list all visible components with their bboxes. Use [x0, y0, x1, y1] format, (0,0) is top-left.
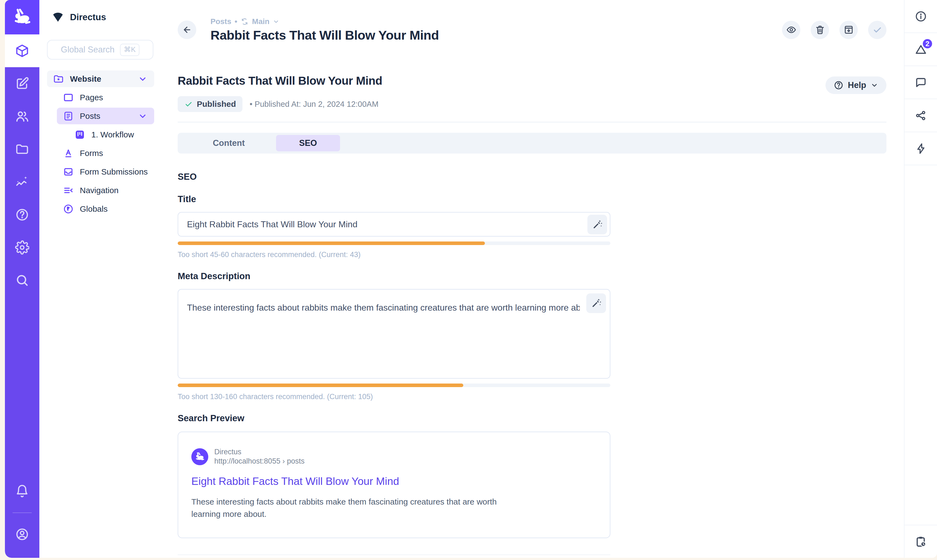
global-search-input[interactable]: Global Search ⌘K [47, 40, 153, 60]
published-check-icon [184, 100, 193, 108]
sidebar-item-label: Navigation [80, 186, 119, 195]
magic-wand-icon [590, 297, 602, 309]
seo-title-input[interactable]: Eight Rabbit Facts That Will Blow Your M… [178, 212, 610, 237]
project-name: Directus [70, 12, 106, 22]
archive-button[interactable] [840, 21, 858, 39]
module-files[interactable] [5, 133, 39, 166]
sidebar-item-posts[interactable]: Posts [57, 108, 154, 124]
shares-panel-button[interactable] [905, 99, 937, 132]
search-preview-card: Directus http://localhost:8055 › posts E… [178, 432, 610, 538]
delete-button[interactable] [811, 21, 829, 39]
module-users[interactable] [5, 100, 39, 133]
sidebar-item-label: Form Submissions [80, 167, 148, 177]
generate-description-button[interactable] [586, 293, 606, 313]
back-button[interactable] [178, 20, 196, 39]
inbox-icon [63, 166, 74, 177]
sidebar-item-label: Website [70, 74, 101, 84]
folder-star-icon [53, 74, 64, 85]
navigation-icon [63, 185, 74, 196]
title-length-progress [178, 242, 610, 245]
module-insights[interactable] [5, 166, 39, 198]
site-favicon [191, 448, 208, 465]
form-icon [63, 148, 74, 159]
tab-seo[interactable]: SEO [276, 135, 340, 151]
page-header: Posts • Main Rabbit Facts That Will Blow… [178, 0, 886, 60]
sidebar-item-website[interactable]: Website [47, 71, 154, 87]
header-actions [782, 21, 886, 39]
module-content[interactable] [5, 34, 39, 67]
module-bar-divider [12, 512, 32, 513]
sidebar-item-label: Globals [80, 204, 108, 214]
item-title: Rabbit Facts That Will Blow Your Mind [178, 74, 826, 88]
divider [178, 122, 886, 122]
sidebar-item-workflow[interactable]: 1. Workflow [68, 126, 154, 143]
nav-sidebar: Directus Global Search ⌘K Website Pages … [39, 0, 160, 558]
bell-icon [15, 484, 29, 498]
seo-title-value: Eight Rabbit Facts That Will Blow Your M… [187, 219, 358, 229]
breadcrumb[interactable]: Posts • Main [211, 17, 782, 26]
preview-button[interactable] [782, 21, 800, 39]
help-button[interactable]: Help [826, 77, 886, 94]
chevron-down-icon[interactable] [137, 74, 148, 84]
description-length-hint: Too short 130-160 characters recommended… [178, 392, 610, 401]
document-icon [63, 111, 74, 122]
archive-icon [843, 25, 854, 35]
globe-icon [63, 203, 74, 214]
preview-result-title[interactable]: Eight Rabbit Facts That Will Blow Your M… [191, 475, 597, 487]
preview-url: http://localhost:8055 › posts [214, 457, 305, 466]
revisions-panel-button[interactable] [905, 525, 937, 558]
question-circle-icon [834, 80, 843, 90]
title-length-progress-fill [178, 242, 485, 245]
comments-panel-button[interactable] [905, 66, 937, 99]
user-menu-button[interactable] [5, 518, 39, 551]
bolt-icon [915, 142, 927, 155]
breadcrumb-collection[interactable]: Posts [211, 17, 231, 26]
breadcrumb-version[interactable]: Main [252, 17, 270, 26]
help-module-icon [15, 208, 29, 222]
settings-module-icon [15, 240, 29, 255]
flows-panel-button[interactable] [905, 132, 937, 165]
page-title: Rabbit Facts That Will Blow Your Mind [211, 28, 782, 43]
module-help[interactable] [5, 198, 39, 231]
status-badge: Published [178, 96, 242, 112]
meta-description-value: These interesting facts about rabbits ma… [187, 303, 580, 313]
chevron-down-icon [871, 82, 878, 89]
description-length-progress-fill [178, 383, 463, 387]
notification-count-badge: 2 [922, 38, 933, 49]
info-panel-button[interactable] [905, 0, 937, 33]
module-editor[interactable] [5, 67, 39, 100]
chevron-down-icon[interactable] [137, 111, 148, 121]
meta-description-input[interactable]: These interesting facts about rabbits ma… [178, 289, 610, 378]
tab-content[interactable]: Content [197, 135, 261, 151]
title-field-label: Title [178, 194, 610, 204]
save-button[interactable] [868, 21, 886, 39]
notifications-button[interactable] [5, 475, 39, 508]
sidebar-item-form-submissions[interactable]: Form Submissions [57, 163, 154, 180]
sidebar-item-forms[interactable]: Forms [57, 145, 154, 162]
generate-title-button[interactable] [587, 215, 607, 234]
sidebar-item-navigation[interactable]: Navigation [57, 182, 154, 198]
module-search[interactable] [5, 264, 39, 297]
directus-logo[interactable] [5, 0, 39, 34]
sidebar-item-pages[interactable]: Pages [57, 89, 154, 106]
sidebar-item-label: Pages [80, 93, 103, 102]
sidebar-item-label: Forms [80, 149, 103, 158]
window-icon [63, 92, 74, 103]
box-module-icon [15, 44, 29, 58]
divider [178, 555, 610, 555]
sidebar-item-globals[interactable]: Globals [57, 200, 154, 217]
title-length-hint: Too short 45-60 characters recommended. … [178, 251, 610, 259]
breadcrumb-separator: • [234, 17, 237, 26]
check-icon [872, 25, 883, 35]
search-preview-label: Search Preview [178, 413, 610, 423]
directus-rabbit-icon [195, 452, 205, 462]
module-settings[interactable] [5, 231, 39, 264]
search-module-icon [15, 273, 29, 288]
help-label: Help [848, 80, 866, 90]
app-shell: Directus Global Search ⌘K Website Pages … [5, 0, 937, 558]
user-circle-icon [15, 527, 29, 542]
validation-panel-button[interactable]: 2 [905, 33, 937, 66]
project-header[interactable]: Directus [39, 0, 160, 34]
directus-rabbit-icon [12, 8, 32, 27]
caret-down-icon[interactable] [273, 18, 279, 25]
